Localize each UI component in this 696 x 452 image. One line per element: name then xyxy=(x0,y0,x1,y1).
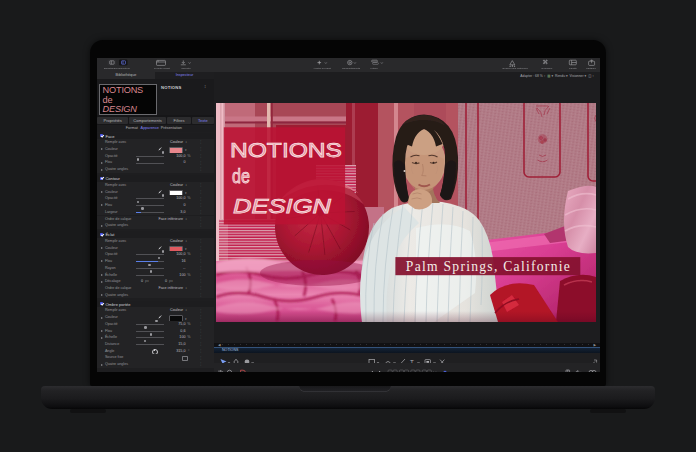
svg-text:de: de xyxy=(232,165,250,187)
svg-text:Palm Springs, Californie: Palm Springs, Californie xyxy=(406,259,570,274)
svg-text:NOTIONS: NOTIONS xyxy=(230,138,342,161)
svg-text:DESIGN: DESIGN xyxy=(233,194,331,217)
